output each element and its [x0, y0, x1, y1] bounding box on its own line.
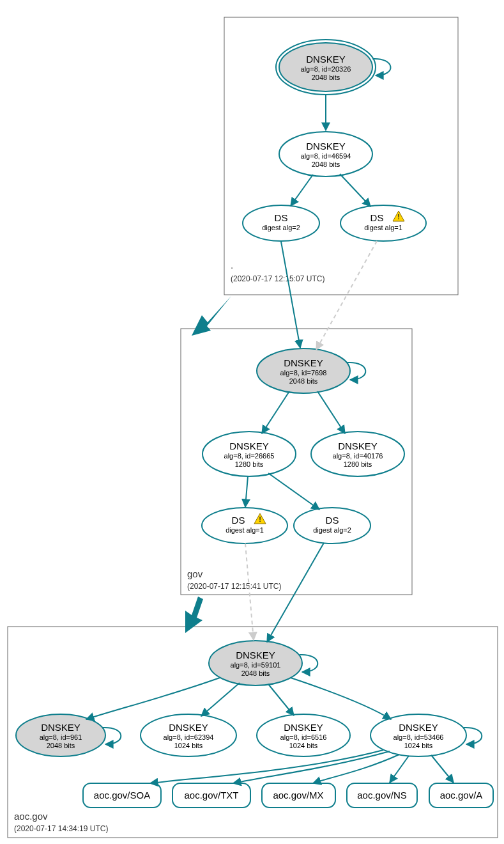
svg-text:alg=8, id=53466: alg=8, id=53466	[393, 733, 444, 741]
svg-text:aoc.gov/MX: aoc.gov/MX	[273, 790, 323, 801]
svg-text:aoc.gov/SOA: aoc.gov/SOA	[94, 790, 150, 801]
svg-text:!: !	[259, 515, 261, 523]
node-dnskey-aoc-62394: DNSKEY alg=8, id=62394 1024 bits	[141, 714, 236, 756]
node-dnskey-aoc-ksk: DNSKEY alg=8, id=59101 2048 bits	[209, 641, 302, 685]
rrset-ns: aoc.gov/NS	[347, 783, 417, 808]
svg-text:alg=8, id=6516: alg=8, id=6516	[280, 733, 327, 741]
node-dnskey-gov-ksk: DNSKEY alg=8, id=7698 2048 bits	[257, 348, 350, 393]
svg-text:alg=8, id=59101: alg=8, id=59101	[231, 661, 281, 669]
edge-aocksk-961	[86, 678, 220, 719]
svg-text:1280 bits: 1280 bits	[344, 460, 372, 468]
svg-text:alg=8, id=46594: alg=8, id=46594	[301, 152, 351, 160]
svg-text:digest alg=1: digest alg=1	[225, 526, 264, 534]
zone-ts-aocgov: (2020-07-17 14:34:19 UTC)	[14, 824, 108, 833]
dnssec-chain-diagram: . (2020-07-17 12:15:07 UTC) DNSKEY alg=8…	[0, 0, 504, 844]
rrset-a: aoc.gov/A	[429, 783, 493, 808]
svg-text:DNSKEY: DNSKEY	[284, 722, 323, 733]
node-dnskey-aoc-6516: DNSKEY alg=8, id=6516 1024 bits	[257, 714, 350, 756]
svg-text:DNSKEY: DNSKEY	[229, 441, 269, 451]
rrset-txt: aoc.gov/TXT	[172, 783, 250, 808]
edge-govds2-aocksk	[267, 543, 324, 642]
rrset-soa: aoc.gov/SOA	[83, 783, 161, 808]
svg-text:DNSKEY: DNSKEY	[236, 650, 275, 660]
edge-zska-ds1	[245, 476, 248, 507]
edge-rootzsk-ds2	[291, 175, 313, 206]
node-dnskey-aoc-53466: DNSKEY alg=8, id=53466 1024 bits	[370, 714, 466, 756]
svg-text:DNSKEY: DNSKEY	[41, 722, 80, 733]
svg-text:DNSKEY: DNSKEY	[284, 357, 323, 368]
edge-zska-ds2	[268, 473, 319, 510]
zone-ts-root: (2020-07-17 12:15:07 UTC)	[231, 274, 325, 283]
svg-text:alg=8, id=62394: alg=8, id=62394	[164, 733, 214, 741]
edge-53466-ns	[390, 756, 409, 783]
svg-text:2048 bits: 2048 bits	[241, 669, 270, 677]
svg-text:2048 bits: 2048 bits	[289, 377, 318, 385]
zone-label-gov: gov	[187, 568, 203, 579]
edge-aocksk-6516	[268, 684, 294, 715]
svg-text:DS: DS	[326, 515, 339, 526]
zone-label-root: .	[231, 260, 233, 270]
edge-53466-mx	[313, 754, 399, 783]
zone-ts-gov: (2020-07-17 12:15:41 UTC)	[187, 582, 281, 591]
node-dnskey-root-ksk: DNSKEY alg=8, id=20326 2048 bits	[276, 40, 376, 95]
svg-text:1024 bits: 1024 bits	[404, 742, 433, 749]
svg-text:digest alg=2: digest alg=2	[313, 526, 351, 534]
node-ds-root-alg2: DS digest alg=2	[243, 205, 319, 241]
svg-text:DS: DS	[232, 515, 245, 526]
svg-text:digest alg=1: digest alg=1	[364, 224, 402, 231]
edge-aocksk-53466	[291, 678, 391, 719]
svg-point-32	[294, 508, 370, 543]
node-dnskey-aoc-961: DNSKEY alg=8, id=961 2048 bits	[16, 714, 105, 756]
edge-rootzsk-ds1	[340, 174, 370, 207]
svg-text:DNSKEY: DNSKEY	[338, 441, 378, 451]
svg-text:aoc.gov/NS: aoc.gov/NS	[357, 790, 407, 801]
zone-arrow-root-to-gov	[192, 296, 231, 336]
svg-text:alg=8, id=20326: alg=8, id=20326	[301, 65, 351, 73]
svg-text:DNSKEY: DNSKEY	[399, 722, 438, 733]
edge-govksk-zskb	[317, 391, 345, 434]
node-dnskey-gov-zsk-40176: DNSKEY alg=8, id=40176 1280 bits	[311, 432, 404, 476]
edge-govksk-zska	[262, 391, 289, 434]
svg-text:digest alg=2: digest alg=2	[262, 224, 300, 231]
node-dnskey-gov-zsk-26665: DNSKEY alg=8, id=26665 1280 bits	[202, 432, 296, 476]
edge-aocksk-62394	[201, 683, 240, 716]
svg-text:alg=8, id=26665: alg=8, id=26665	[224, 452, 275, 460]
svg-text:aoc.gov/A: aoc.gov/A	[440, 790, 483, 801]
node-dnskey-root-zsk: DNSKEY alg=8, id=46594 2048 bits	[279, 132, 372, 176]
svg-text:1024 bits: 1024 bits	[174, 742, 203, 749]
svg-text:2048 bits: 2048 bits	[312, 74, 340, 81]
svg-text:2048 bits: 2048 bits	[47, 742, 75, 749]
rrset-mx: aoc.gov/MX	[262, 783, 335, 808]
edge-ds1-govksk-dashed	[316, 241, 377, 350]
svg-text:DNSKEY: DNSKEY	[306, 141, 346, 152]
svg-text:2048 bits: 2048 bits	[312, 160, 340, 168]
svg-text:1024 bits: 1024 bits	[289, 742, 318, 749]
edge-govds1-aocksk-dashed	[245, 543, 254, 640]
svg-text:DNSKEY: DNSKEY	[169, 722, 208, 733]
svg-text:DS: DS	[275, 212, 288, 223]
svg-point-9	[243, 205, 319, 241]
svg-text:!: !	[397, 213, 400, 221]
zone-label-aocgov: aoc.gov	[14, 811, 48, 822]
svg-text:DS: DS	[370, 212, 384, 223]
svg-text:1280 bits: 1280 bits	[235, 460, 264, 468]
svg-text:alg=8, id=7698: alg=8, id=7698	[280, 369, 327, 377]
node-ds-gov-alg2: DS digest alg=2	[294, 508, 370, 543]
svg-point-28	[202, 508, 287, 543]
svg-text:alg=8, id=961: alg=8, id=961	[40, 733, 82, 741]
node-ds-gov-alg1: DS digest alg=1 !	[202, 508, 287, 543]
edge-53466-a	[431, 755, 454, 783]
svg-text:DNSKEY: DNSKEY	[306, 54, 346, 65]
zone-arrow-gov-to-aoc	[185, 597, 203, 633]
svg-text:aoc.gov/TXT: aoc.gov/TXT	[184, 790, 238, 801]
svg-text:alg=8, id=40176: alg=8, id=40176	[333, 452, 383, 460]
svg-point-12	[340, 205, 426, 241]
node-ds-root-alg1: DS digest alg=1 !	[340, 205, 426, 241]
